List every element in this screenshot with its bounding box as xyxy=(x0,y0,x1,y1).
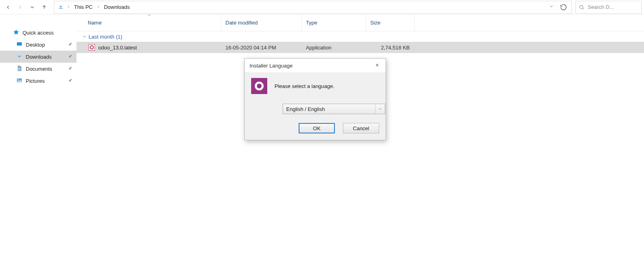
column-header-type[interactable]: Type xyxy=(302,14,366,31)
group-header-label: Last month (1) xyxy=(89,34,122,40)
sidebar-item-label: Downloads xyxy=(26,54,52,60)
pin-icon xyxy=(68,54,72,60)
sidebar-item-downloads[interactable]: Downloads xyxy=(0,51,76,63)
sort-indicator-icon xyxy=(147,13,152,19)
search-box[interactable]: Search D... xyxy=(575,1,642,14)
pin-icon xyxy=(68,66,72,72)
sidebar-item-label: Pictures xyxy=(26,78,45,84)
odoo-logo-icon xyxy=(251,78,267,94)
pin-icon xyxy=(68,78,72,84)
sidebar-item-pictures[interactable]: Pictures xyxy=(0,75,76,87)
sidebar-item-label: Desktop xyxy=(26,42,45,48)
language-select[interactable]: English / English xyxy=(283,104,385,114)
navigation-pane: Quick access Desktop Downloads Documents xyxy=(0,14,76,256)
file-name: odoo_13.0.latest xyxy=(98,45,137,51)
address-dropdown-icon[interactable] xyxy=(549,4,554,10)
search-icon xyxy=(579,4,584,10)
dialog-title-bar[interactable]: Installer Language xyxy=(245,59,386,72)
refresh-button[interactable] xyxy=(558,2,569,13)
chevron-down-icon xyxy=(82,34,87,39)
svg-point-0 xyxy=(580,5,583,8)
search-placeholder: Search D... xyxy=(588,4,614,10)
column-header-size[interactable]: Size xyxy=(366,14,415,31)
close-icon xyxy=(375,63,380,68)
back-button[interactable] xyxy=(2,2,14,13)
chevron-right-icon xyxy=(96,4,100,10)
picture-icon xyxy=(16,77,23,85)
file-type: Application xyxy=(302,45,366,51)
installer-language-dialog: Installer Language Please select a langu… xyxy=(244,58,386,140)
chevron-right-icon xyxy=(66,4,70,10)
downloads-folder-icon xyxy=(58,3,64,11)
group-header-last-month[interactable]: Last month (1) xyxy=(76,31,644,42)
svg-rect-1 xyxy=(17,42,22,45)
desktop-icon xyxy=(16,41,23,49)
dialog-close-button[interactable] xyxy=(371,60,383,70)
sidebar-item-label: Documents xyxy=(26,66,52,72)
breadcrumb-this-pc[interactable]: This PC xyxy=(73,3,94,11)
dialog-title: Installer Language xyxy=(250,63,293,69)
forward-button xyxy=(14,2,26,13)
breadcrumb-downloads[interactable]: Downloads xyxy=(103,3,131,11)
pin-icon xyxy=(68,42,72,48)
language-selected-value: English / English xyxy=(286,106,325,112)
cancel-button[interactable]: Cancel xyxy=(343,123,379,133)
file-date: 16-05-2020 04:14 PM xyxy=(221,45,302,51)
sidebar-item-quick-access[interactable]: Quick access xyxy=(0,27,76,39)
address-bar[interactable]: This PC Downloads xyxy=(54,1,572,14)
svg-point-3 xyxy=(18,79,19,80)
download-arrow-icon xyxy=(16,53,23,61)
sidebar-item-documents[interactable]: Documents xyxy=(0,63,76,75)
file-row[interactable]: odoo_13.0.latest 16-05-2020 04:14 PM App… xyxy=(76,42,644,53)
ok-button[interactable]: OK xyxy=(299,123,335,133)
chevron-down-icon xyxy=(375,104,385,114)
document-icon xyxy=(16,65,23,73)
sidebar-item-desktop[interactable]: Desktop xyxy=(0,39,76,51)
dialog-message: Please select a language. xyxy=(275,83,334,89)
file-size: 2,74,518 KB xyxy=(366,45,415,51)
up-button[interactable] xyxy=(39,2,50,13)
history-dropdown[interactable] xyxy=(27,2,38,13)
sidebar-item-label: Quick access xyxy=(23,30,54,36)
column-headers: Name Date modified Type Size xyxy=(76,14,644,31)
star-icon xyxy=(13,29,19,37)
column-header-date[interactable]: Date modified xyxy=(221,14,302,31)
app-file-icon xyxy=(89,44,95,51)
